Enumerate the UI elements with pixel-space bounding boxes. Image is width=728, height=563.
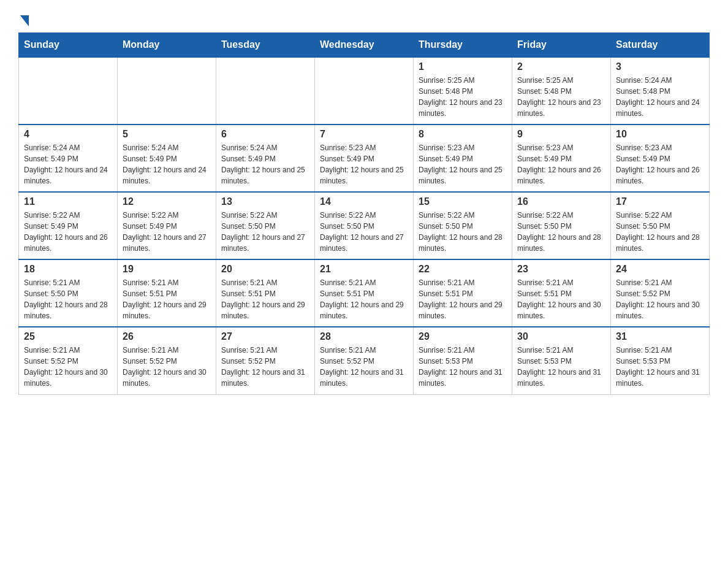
day-number: 17 (616, 196, 704, 207)
calendar-cell: 30Sunrise: 5:21 AMSunset: 5:53 PMDayligh… (512, 327, 611, 394)
day-number: 9 (517, 129, 605, 140)
day-info: Sunrise: 5:24 AMSunset: 5:49 PMDaylight:… (221, 142, 309, 186)
calendar-cell (118, 57, 216, 124)
calendar-cell: 27Sunrise: 5:21 AMSunset: 5:52 PMDayligh… (216, 327, 315, 394)
calendar-cell: 18Sunrise: 5:21 AMSunset: 5:50 PMDayligh… (19, 259, 118, 327)
calendar-cell: 19Sunrise: 5:21 AMSunset: 5:51 PMDayligh… (118, 259, 216, 327)
day-info: Sunrise: 5:22 AMSunset: 5:50 PMDaylight:… (221, 210, 309, 254)
calendar-cell: 11Sunrise: 5:22 AMSunset: 5:49 PMDayligh… (19, 192, 118, 259)
calendar-cell: 28Sunrise: 5:21 AMSunset: 5:52 PMDayligh… (315, 327, 414, 394)
day-info: Sunrise: 5:21 AMSunset: 5:53 PMDaylight:… (419, 345, 507, 389)
day-number: 5 (123, 129, 211, 140)
weekday-header-thursday: Thursday (414, 33, 512, 58)
day-number: 30 (517, 331, 605, 342)
day-info: Sunrise: 5:25 AMSunset: 5:48 PMDaylight:… (517, 75, 605, 119)
calendar-cell (19, 57, 118, 124)
day-info: Sunrise: 5:22 AMSunset: 5:50 PMDaylight:… (320, 210, 408, 254)
day-number: 10 (616, 129, 704, 140)
day-number: 23 (517, 264, 605, 275)
day-number: 11 (24, 196, 112, 207)
calendar-cell: 14Sunrise: 5:22 AMSunset: 5:50 PMDayligh… (315, 192, 414, 259)
day-info: Sunrise: 5:21 AMSunset: 5:53 PMDaylight:… (616, 345, 704, 389)
weekday-header-row: SundayMondayTuesdayWednesdayThursdayFrid… (19, 33, 710, 58)
calendar-cell: 10Sunrise: 5:23 AMSunset: 5:49 PMDayligh… (611, 124, 710, 192)
week-row-1: 1Sunrise: 5:25 AMSunset: 5:48 PMDaylight… (19, 57, 710, 124)
day-info: Sunrise: 5:21 AMSunset: 5:51 PMDaylight:… (123, 277, 211, 321)
day-info: Sunrise: 5:22 AMSunset: 5:49 PMDaylight:… (123, 210, 211, 254)
calendar-cell: 15Sunrise: 5:22 AMSunset: 5:50 PMDayligh… (414, 192, 512, 259)
day-number: 15 (419, 196, 507, 207)
calendar-cell: 22Sunrise: 5:21 AMSunset: 5:51 PMDayligh… (414, 259, 512, 327)
calendar-cell (315, 57, 414, 124)
day-number: 22 (419, 264, 507, 275)
calendar-cell: 2Sunrise: 5:25 AMSunset: 5:48 PMDaylight… (512, 57, 611, 124)
day-number: 16 (517, 196, 605, 207)
day-info: Sunrise: 5:21 AMSunset: 5:52 PMDaylight:… (123, 345, 211, 389)
calendar-cell: 1Sunrise: 5:25 AMSunset: 5:48 PMDaylight… (414, 57, 512, 124)
calendar-cell: 6Sunrise: 5:24 AMSunset: 5:49 PMDaylight… (216, 124, 315, 192)
calendar-cell: 3Sunrise: 5:24 AMSunset: 5:48 PMDaylight… (611, 57, 710, 124)
day-number: 18 (24, 264, 112, 275)
day-number: 4 (24, 129, 112, 140)
day-info: Sunrise: 5:21 AMSunset: 5:51 PMDaylight:… (320, 277, 408, 321)
day-number: 3 (616, 61, 704, 72)
weekday-header-monday: Monday (118, 33, 216, 58)
calendar-cell: 29Sunrise: 5:21 AMSunset: 5:53 PMDayligh… (414, 327, 512, 394)
day-info: Sunrise: 5:24 AMSunset: 5:49 PMDaylight:… (123, 142, 211, 186)
calendar-cell: 12Sunrise: 5:22 AMSunset: 5:49 PMDayligh… (118, 192, 216, 259)
day-number: 2 (517, 61, 605, 72)
day-info: Sunrise: 5:25 AMSunset: 5:48 PMDaylight:… (419, 75, 507, 119)
day-info: Sunrise: 5:21 AMSunset: 5:51 PMDaylight:… (221, 277, 309, 321)
day-info: Sunrise: 5:21 AMSunset: 5:52 PMDaylight:… (221, 345, 309, 389)
day-info: Sunrise: 5:24 AMSunset: 5:49 PMDaylight:… (24, 142, 112, 186)
day-number: 31 (616, 331, 704, 342)
calendar-cell: 26Sunrise: 5:21 AMSunset: 5:52 PMDayligh… (118, 327, 216, 394)
day-number: 25 (24, 331, 112, 342)
day-number: 7 (320, 129, 408, 140)
day-number: 28 (320, 331, 408, 342)
day-info: Sunrise: 5:21 AMSunset: 5:51 PMDaylight:… (419, 277, 507, 321)
calendar-cell: 21Sunrise: 5:21 AMSunset: 5:51 PMDayligh… (315, 259, 414, 327)
calendar-cell: 20Sunrise: 5:21 AMSunset: 5:51 PMDayligh… (216, 259, 315, 327)
day-info: Sunrise: 5:21 AMSunset: 5:53 PMDaylight:… (517, 345, 605, 389)
weekday-header-sunday: Sunday (19, 33, 118, 58)
calendar-cell: 9Sunrise: 5:23 AMSunset: 5:49 PMDaylight… (512, 124, 611, 192)
day-number: 19 (123, 264, 211, 275)
day-number: 12 (123, 196, 211, 207)
day-number: 29 (419, 331, 507, 342)
day-info: Sunrise: 5:23 AMSunset: 5:49 PMDaylight:… (419, 142, 507, 186)
day-info: Sunrise: 5:22 AMSunset: 5:50 PMDaylight:… (517, 210, 605, 254)
logo-arrow-icon (20, 15, 29, 26)
day-number: 24 (616, 264, 704, 275)
calendar-cell: 25Sunrise: 5:21 AMSunset: 5:52 PMDayligh… (19, 327, 118, 394)
calendar-cell: 16Sunrise: 5:22 AMSunset: 5:50 PMDayligh… (512, 192, 611, 259)
week-row-4: 18Sunrise: 5:21 AMSunset: 5:50 PMDayligh… (19, 259, 710, 327)
day-number: 27 (221, 331, 309, 342)
day-info: Sunrise: 5:22 AMSunset: 5:50 PMDaylight:… (419, 210, 507, 254)
calendar-cell: 31Sunrise: 5:21 AMSunset: 5:53 PMDayligh… (611, 327, 710, 394)
week-row-3: 11Sunrise: 5:22 AMSunset: 5:49 PMDayligh… (19, 192, 710, 259)
day-info: Sunrise: 5:23 AMSunset: 5:49 PMDaylight:… (517, 142, 605, 186)
calendar-cell: 24Sunrise: 5:21 AMSunset: 5:52 PMDayligh… (611, 259, 710, 327)
day-number: 14 (320, 196, 408, 207)
day-info: Sunrise: 5:21 AMSunset: 5:52 PMDaylight:… (320, 345, 408, 389)
calendar-table: SundayMondayTuesdayWednesdayThursdayFrid… (18, 33, 710, 395)
weekday-header-saturday: Saturday (611, 33, 710, 58)
day-info: Sunrise: 5:23 AMSunset: 5:49 PMDaylight:… (616, 142, 704, 186)
logo (18, 12, 29, 26)
weekday-header-tuesday: Tuesday (216, 33, 315, 58)
weekday-header-wednesday: Wednesday (315, 33, 414, 58)
day-number: 13 (221, 196, 309, 207)
day-number: 6 (221, 129, 309, 140)
day-info: Sunrise: 5:21 AMSunset: 5:51 PMDaylight:… (517, 277, 605, 321)
day-info: Sunrise: 5:21 AMSunset: 5:50 PMDaylight:… (24, 277, 112, 321)
day-info: Sunrise: 5:24 AMSunset: 5:48 PMDaylight:… (616, 75, 704, 119)
calendar-cell (216, 57, 315, 124)
calendar-cell: 13Sunrise: 5:22 AMSunset: 5:50 PMDayligh… (216, 192, 315, 259)
day-number: 20 (221, 264, 309, 275)
day-info: Sunrise: 5:23 AMSunset: 5:49 PMDaylight:… (320, 142, 408, 186)
calendar-cell: 8Sunrise: 5:23 AMSunset: 5:49 PMDaylight… (414, 124, 512, 192)
calendar-cell: 4Sunrise: 5:24 AMSunset: 5:49 PMDaylight… (19, 124, 118, 192)
day-number: 1 (419, 61, 507, 72)
day-info: Sunrise: 5:21 AMSunset: 5:52 PMDaylight:… (24, 345, 112, 389)
